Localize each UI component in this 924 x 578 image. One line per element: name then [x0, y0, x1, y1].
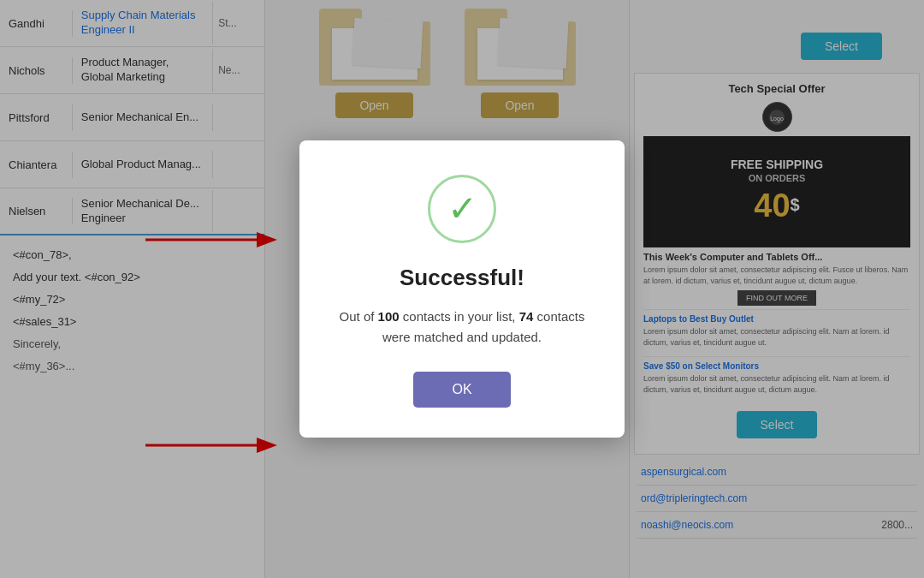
modal-box: ✓ Successful! Out of 100 contacts in you… — [299, 140, 625, 438]
message-mid: contacts in your list, — [400, 309, 519, 324]
modal-overlay: ✓ Successful! Out of 100 contacts in you… — [0, 0, 924, 578]
success-icon-circle: ✓ — [428, 175, 496, 243]
matched-count: 74 — [519, 309, 534, 324]
modal-message: Out of 100 contacts in your list, 74 con… — [334, 307, 590, 348]
checkmark-icon: ✓ — [447, 191, 477, 227]
total-count: 100 — [378, 309, 400, 324]
message-prefix: Out of — [340, 309, 378, 324]
modal-title: Successful! — [334, 265, 590, 291]
ok-button[interactable]: OK — [413, 372, 510, 408]
